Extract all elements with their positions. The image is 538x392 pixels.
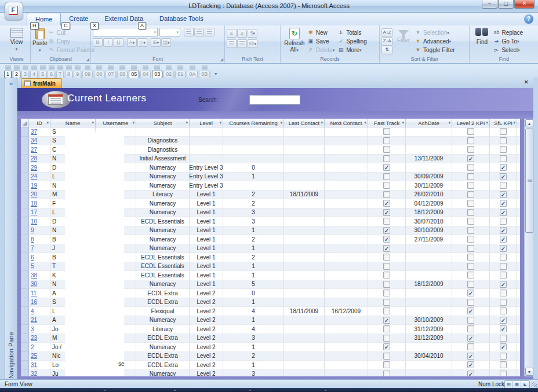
cell-id[interactable]: 30 — [29, 280, 50, 290]
cell-last[interactable] — [284, 137, 325, 146]
qat-command-0A[interactable]: 0A — [187, 65, 198, 78]
record-selector[interactable] — [21, 289, 29, 298]
cell-last[interactable] — [284, 325, 325, 334]
cell-l2[interactable]: ✓ — [452, 352, 490, 361]
cell-sfl[interactable]: ✓ — [490, 235, 517, 244]
sfl-checkbox[interactable]: ✓ — [500, 245, 507, 252]
scrollbar-thumb[interactable] — [525, 129, 533, 233]
cell-l2[interactable] — [452, 262, 490, 272]
ribbon-tab-database-tools[interactable]: Database Tools — [151, 13, 212, 25]
qat-command-01[interactable]: 01 — [175, 65, 186, 78]
cell-subject[interactable]: Numeracy — [136, 280, 190, 290]
cell-next[interactable] — [325, 199, 368, 208]
cell-subject[interactable]: Literacy — [136, 325, 190, 334]
column-header-sfl-kpi[interactable]: SfL KPI▾ — [490, 119, 517, 127]
cell-l2[interactable] — [452, 127, 490, 137]
cell-level[interactable]: Level 1 — [190, 217, 223, 226]
cell-level[interactable]: Level 2 — [190, 361, 223, 370]
cell-next[interactable] — [325, 190, 368, 200]
cell-ach[interactable]: 18/12/2009 — [406, 280, 452, 290]
cell-subject[interactable]: Numeracy — [136, 343, 190, 352]
cell-sfl[interactable]: ✓ — [490, 190, 517, 200]
record-id-link[interactable]: 24 — [31, 173, 37, 179]
l2-checkbox[interactable]: ✓ — [467, 335, 474, 342]
cell-next[interactable] — [325, 226, 368, 236]
cell-last[interactable]: 18/11/2009 — [284, 190, 325, 200]
cell-l2[interactable]: ✓ — [452, 307, 490, 316]
sfl-checkbox[interactable] — [500, 263, 507, 270]
cell-level[interactable]: Level 1 — [190, 271, 223, 280]
record-selector[interactable] — [21, 253, 29, 262]
cell-ft[interactable] — [368, 217, 406, 226]
l2-checkbox[interactable] — [467, 325, 474, 332]
sfl-checkbox[interactable]: ✓ — [500, 343, 507, 350]
ft-checkbox[interactable] — [383, 335, 390, 342]
record-id-link[interactable]: 23 — [31, 335, 37, 341]
ft-checkbox[interactable] — [383, 272, 390, 279]
cell-ft[interactable]: ✓ — [368, 163, 406, 173]
sfl-checkbox[interactable]: ✓ — [500, 200, 507, 207]
tab-frmmain[interactable]: frmMain — [21, 78, 62, 88]
cell-sfl[interactable] — [490, 145, 517, 155]
cell-l2[interactable]: ✓ — [452, 289, 490, 298]
cell-level[interactable]: Level 1 — [190, 280, 223, 290]
record-selector[interactable] — [21, 137, 29, 146]
select-all-cell[interactable] — [21, 119, 29, 127]
cell-last[interactable] — [284, 334, 325, 343]
sfl-checkbox[interactable] — [500, 299, 507, 306]
cell-level[interactable]: Level 1 — [190, 244, 223, 254]
cell-subject[interactable]: Diagnostics — [136, 137, 190, 146]
sfl-checkbox[interactable] — [500, 335, 507, 342]
scroll-down-icon[interactable]: ▼ — [525, 368, 533, 376]
cell-subject[interactable]: Numeracy — [136, 181, 190, 190]
cell-courses[interactable]: 1 — [223, 298, 284, 307]
cell-id[interactable]: 18 — [29, 199, 50, 208]
cell-ft[interactable]: ✓ — [368, 199, 406, 208]
cell-ft[interactable] — [368, 181, 406, 190]
sfl-checkbox[interactable]: ✓ — [500, 164, 507, 171]
cell-next[interactable] — [325, 298, 368, 307]
cell-courses[interactable]: 0 — [223, 163, 284, 173]
l2-checkbox[interactable] — [467, 343, 474, 350]
cell-ft[interactable] — [368, 155, 406, 164]
cell-last[interactable] — [284, 370, 325, 377]
cell-last[interactable] — [284, 181, 325, 190]
cell-ach[interactable]: 30/04/2010 — [406, 352, 452, 361]
cell-l2[interactable] — [452, 325, 490, 334]
column-header-subject[interactable]: Subject▾ — [136, 119, 190, 127]
cell-courses[interactable]: 1 — [223, 262, 284, 272]
cell-subject[interactable]: ECDL Extra — [136, 334, 190, 343]
cell-courses[interactable]: 2 — [223, 352, 284, 361]
cell-last[interactable] — [284, 127, 325, 137]
cell-ft[interactable] — [368, 307, 406, 316]
close-button[interactable]: ✕ — [514, 0, 535, 9]
cell-id[interactable]: 5 — [29, 262, 50, 272]
cell-id[interactable]: 20 — [29, 190, 50, 200]
l2-checkbox[interactable] — [467, 173, 474, 180]
l2-checkbox[interactable] — [467, 146, 474, 153]
record-id-link[interactable]: 2 — [31, 344, 34, 350]
sort-ascending-button[interactable]: A↓Z — [381, 28, 392, 37]
dialog-launcher-icon[interactable]: ◢ — [220, 57, 223, 62]
l2-checkbox[interactable]: ✓ — [467, 155, 474, 162]
cell-courses[interactable]: 2 — [223, 253, 284, 262]
qat-command-2[interactable]: 2 — [13, 65, 20, 78]
record-selector[interactable] — [21, 217, 29, 226]
ft-checkbox[interactable] — [383, 155, 390, 162]
cell-courses[interactable]: 2 — [223, 190, 284, 200]
cell-level[interactable]: Level 1 — [190, 190, 223, 200]
cell-next[interactable] — [325, 244, 368, 254]
l2-checkbox[interactable] — [467, 236, 474, 243]
record-selector[interactable] — [21, 298, 29, 307]
select-button[interactable]: ▻ Select ▾ — [492, 46, 523, 54]
cell-courses[interactable]: 2 — [223, 199, 284, 208]
cell-id[interactable]: 10 — [29, 217, 50, 226]
cell-ach[interactable] — [406, 271, 452, 280]
cell-ft[interactable] — [368, 262, 406, 272]
sfl-checkbox[interactable] — [500, 218, 507, 225]
cell-courses[interactable]: 1 — [223, 271, 284, 280]
record-id-link[interactable]: 6 — [31, 254, 34, 261]
close-form-icon[interactable]: ✕ — [524, 79, 529, 85]
cell-last[interactable] — [284, 244, 325, 254]
cell-sfl[interactable] — [490, 361, 517, 370]
